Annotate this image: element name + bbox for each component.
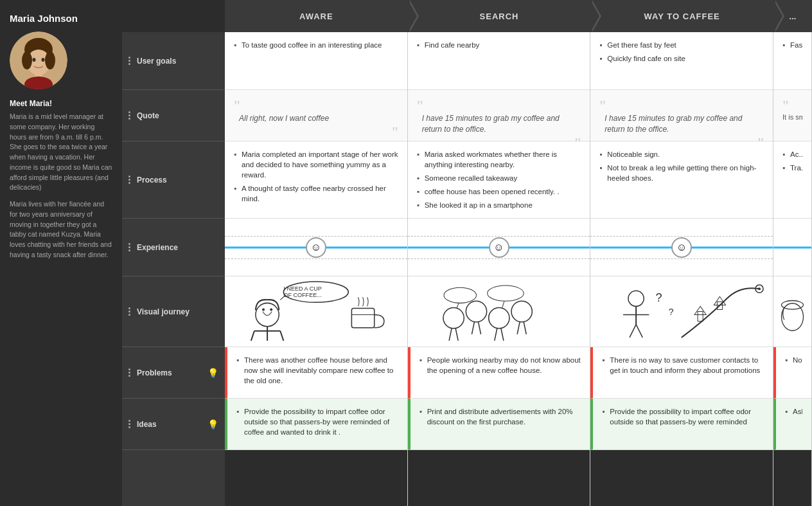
open-quote-1: " <box>234 97 240 114</box>
idea-item: Print and distribute advertisements with… <box>419 406 581 427</box>
drag-icon-experience <box>128 243 130 251</box>
label-problems: Problems 💡 <box>122 347 225 399</box>
dashed-bottom <box>225 258 407 259</box>
svg-point-51 <box>782 303 804 331</box>
svg-point-24 <box>488 307 509 328</box>
labels-column: User goals Quote Process Experience <box>122 32 225 506</box>
grid-col-aware: To taste good coffee in an interesting p… <box>225 32 408 506</box>
cell-search-ideas: Print and distribute advertisements with… <box>408 399 590 450</box>
process-item: Ac... <box>782 149 802 159</box>
phase-way: WAY TO CAFFEE <box>590 0 773 32</box>
dashed-bottom <box>408 258 590 259</box>
svg-line-29 <box>502 301 504 307</box>
svg-rect-20 <box>351 308 374 327</box>
svg-line-42 <box>636 325 642 338</box>
sketch-aware: I NEED A CUP OF COFFEE... <box>227 279 405 344</box>
cell-way-ideas: Provide the possibility to impart coffee… <box>590 399 773 450</box>
svg-point-13 <box>262 308 265 311</box>
svg-point-26 <box>444 287 477 303</box>
grid-col-extra: Fast... " It is sm... Ac... Tra... <box>773 32 812 506</box>
problem-item: There is no way to save customer contact… <box>602 355 764 375</box>
cell-extra-goals: Fast... <box>773 32 811 90</box>
svg-line-18 <box>280 331 283 341</box>
svg-point-12 <box>256 303 279 326</box>
svg-point-25 <box>511 301 532 321</box>
cell-aware-quote: " All right, now I want coffee " <box>225 90 407 141</box>
grid-col-search: Find cafe nearby " I have 15 minutes to … <box>408 32 591 506</box>
svg-text:?: ? <box>656 291 662 304</box>
goal-item: Get there fast by feet <box>599 40 764 50</box>
cell-extra-ideas: Ask on Kno... <box>773 399 811 450</box>
cell-search-process: Maria asked workmates whether there is a… <box>408 141 590 219</box>
main-area: AWARE SEARCH WAY TO CAFFEE ... User goal <box>122 0 812 506</box>
cell-extra-quote: " It is sm... <box>773 90 811 141</box>
cell-aware-problems: There was another coffee house before an… <box>225 347 407 399</box>
sidebar: Maria Johnson Meet Maria! Maria is a mid… <box>0 0 122 506</box>
goal-item: Find cafe nearby <box>417 40 581 50</box>
idea-item: Provide the possibility to impart coffee… <box>236 406 398 437</box>
label-ideas: Ideas 💡 <box>122 399 225 450</box>
svg-point-22 <box>443 307 464 328</box>
cell-aware-visual: I NEED A CUP OF COFFEE... <box>225 276 407 347</box>
cell-aware-exp: ☺ <box>225 219 407 276</box>
sketch-search <box>410 279 588 344</box>
problem-item: People working nearby may do not know ab… <box>419 355 581 375</box>
svg-point-14 <box>270 308 272 311</box>
cell-aware-ideas: Provide the possibility to impart coffee… <box>225 399 407 450</box>
svg-line-35 <box>501 329 504 341</box>
bulb-icon-ideas: 💡 <box>207 419 218 429</box>
svg-point-52 <box>782 301 804 310</box>
process-item: Tra... <box>782 163 802 173</box>
cell-extra-exp <box>773 219 811 276</box>
cell-search-quote: " I have 15 minutes to grab my coffee an… <box>408 90 590 141</box>
svg-point-8 <box>42 58 45 62</box>
svg-marker-48 <box>694 306 706 314</box>
label-process: Process <box>122 141 225 219</box>
label-visual-journey: Visual journey <box>122 276 225 347</box>
label-quote: Quote <box>122 90 225 141</box>
close-quote-1: " <box>234 124 398 140</box>
problem-item: No par... Pro... <box>785 355 802 365</box>
goal-item: To taste good coffee in an interesting p… <box>234 40 398 50</box>
cell-search-exp: ☺ <box>408 219 590 276</box>
cell-search-goals: Find cafe nearby <box>408 32 590 90</box>
smiley-search: ☺ <box>489 237 509 258</box>
drag-icon-goals <box>128 57 130 65</box>
grid-scroll[interactable]: To taste good coffee in an interesting p… <box>225 32 812 506</box>
drag-icon-quote <box>128 111 130 120</box>
sketch-extra <box>776 279 809 344</box>
drag-icon-ideas <box>128 420 130 428</box>
drag-icon-problems <box>128 368 130 377</box>
goal-item: Quickly find cafe on site <box>599 53 764 64</box>
sketch-way: ? ? <box>593 279 770 344</box>
meet-label: Meet Maria! <box>10 99 112 108</box>
process-item: Not to break a leg while getting there o… <box>599 163 764 183</box>
svg-rect-47 <box>698 312 703 321</box>
persona-name: Maria Johnson <box>10 13 112 24</box>
phase-header: AWARE SEARCH WAY TO CAFFEE ... <box>122 0 812 32</box>
svg-point-23 <box>466 301 486 321</box>
label-experience: Experience <box>122 219 225 276</box>
cell-extra-process: Ac... Tra... <box>773 141 811 219</box>
svg-point-28 <box>487 285 524 301</box>
process-item: A thought of tasty coffee nearby crossed… <box>234 183 398 204</box>
label-user-goals: User goals <box>122 32 225 90</box>
quote-text-4: It is sm... <box>782 113 802 121</box>
drag-icon-visual <box>128 307 130 316</box>
process-item: She looked it ap in a smartphone <box>417 200 581 210</box>
svg-line-30 <box>449 329 452 341</box>
svg-point-7 <box>33 58 36 62</box>
process-item: Noticeable sign. <box>599 149 764 159</box>
svg-point-4 <box>45 51 55 69</box>
open-quote-3: " <box>599 97 606 114</box>
cell-way-quote: " I have 15 minutes to grab my coffee an… <box>590 90 773 141</box>
svg-line-33 <box>478 322 481 334</box>
svg-line-27 <box>457 303 459 307</box>
cell-way-goals: Get there fast by feet Quickly find cafe… <box>590 32 773 90</box>
bio-1: Maria is a mid level manager at some com… <box>10 112 112 193</box>
cell-search-problems: People working nearby may do not know ab… <box>408 347 590 399</box>
phase-aware: AWARE <box>225 0 408 32</box>
cell-way-exp: ☺ <box>590 219 773 276</box>
content-rows: User goals Quote Process Experience <box>122 32 812 506</box>
quote-text-1: All right, now I want coffee <box>234 113 398 124</box>
